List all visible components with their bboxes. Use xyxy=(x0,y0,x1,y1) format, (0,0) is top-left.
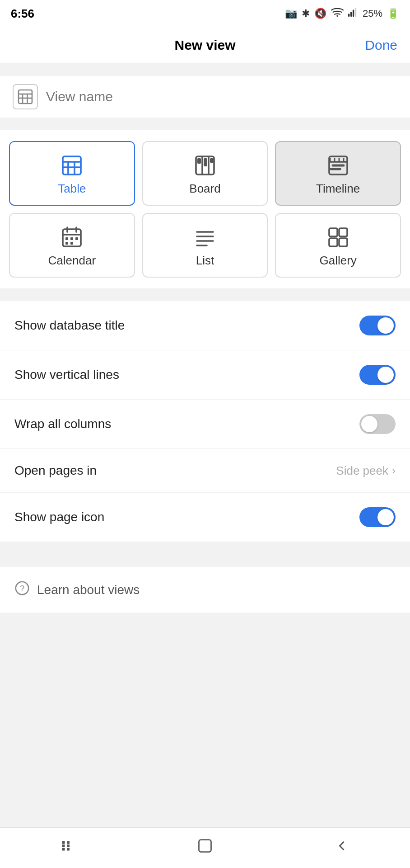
svg-rect-37 xyxy=(70,242,73,245)
svg-rect-43 xyxy=(339,228,347,236)
view-gallery-label: Gallery xyxy=(319,254,356,268)
toggle-show-database-title[interactable] xyxy=(359,316,396,335)
bottom-space xyxy=(0,613,410,748)
learn-section[interactable]: ? Learn about views xyxy=(0,567,410,613)
setting-label-open-pages-in: Open pages in xyxy=(14,463,97,478)
view-type-icon xyxy=(13,84,38,109)
svg-rect-49 xyxy=(62,844,65,847)
view-type-timeline[interactable]: Timeline xyxy=(275,141,401,206)
svg-rect-35 xyxy=(75,237,78,240)
mid-divider xyxy=(0,118,410,130)
svg-rect-52 xyxy=(67,844,70,847)
view-name-input[interactable] xyxy=(46,89,397,104)
svg-rect-4 xyxy=(355,8,356,17)
setting-open-pages-in[interactable]: Open pages in Side peek › xyxy=(0,449,410,493)
svg-rect-50 xyxy=(62,848,65,851)
help-circle-icon: ? xyxy=(14,580,30,599)
svg-rect-19 xyxy=(204,158,207,166)
setting-show-database-title: Show database title xyxy=(0,301,410,350)
svg-rect-1 xyxy=(348,14,349,17)
svg-rect-33 xyxy=(65,237,68,240)
setting-value-open-pages-in: Side peek › xyxy=(336,464,396,478)
bluetooth-icon: ✱ xyxy=(302,8,310,19)
svg-rect-34 xyxy=(70,237,73,240)
setting-label-show-vertical-lines: Show vertical lines xyxy=(14,368,119,382)
done-button[interactable]: Done xyxy=(365,38,397,53)
toggle-show-vertical-lines[interactable] xyxy=(359,365,396,385)
status-time: 6:56 xyxy=(11,7,34,21)
status-icons: 📷 ✱ 🔇 25% 🔋 xyxy=(285,7,399,20)
learn-divider xyxy=(0,542,410,554)
svg-rect-3 xyxy=(353,10,354,17)
view-type-gallery[interactable]: Gallery xyxy=(275,213,401,278)
svg-rect-45 xyxy=(339,238,347,246)
toggle-wrap-all-columns[interactable] xyxy=(359,414,396,434)
view-name-section xyxy=(0,76,410,118)
view-type-section: Table Board xyxy=(0,130,410,288)
view-type-table[interactable]: Table xyxy=(9,141,135,206)
view-timeline-label: Timeline xyxy=(316,182,360,196)
svg-rect-42 xyxy=(329,228,337,236)
svg-point-0 xyxy=(336,15,338,17)
setting-label-wrap-all-columns: Wrap all columns xyxy=(14,417,111,431)
camera-icon: 📷 xyxy=(285,8,297,19)
view-type-board[interactable]: Board xyxy=(142,141,268,206)
svg-rect-5 xyxy=(19,90,32,104)
view-type-list[interactable]: List xyxy=(142,213,268,278)
setting-show-vertical-lines: Show vertical lines xyxy=(0,350,410,400)
toggle-show-page-icon[interactable] xyxy=(359,507,396,527)
battery-icon: 🔋 xyxy=(387,8,399,19)
view-type-calendar[interactable]: Calendar xyxy=(9,213,135,278)
top-divider xyxy=(0,63,410,76)
svg-rect-20 xyxy=(210,158,214,163)
nav-back-button[interactable] xyxy=(334,838,350,858)
svg-rect-54 xyxy=(199,840,211,852)
nav-menu-button[interactable] xyxy=(60,838,76,858)
learn-label: Learn about views xyxy=(37,583,140,597)
setting-show-page-icon: Show page icon xyxy=(0,493,410,542)
svg-text:?: ? xyxy=(20,584,24,593)
svg-rect-10 xyxy=(63,156,81,175)
page-header: New view Done xyxy=(0,27,410,63)
page-title: New view xyxy=(174,38,235,53)
settings-section: Show database title Show vertical lines … xyxy=(0,301,410,542)
view-board-label: Board xyxy=(189,182,220,196)
bottom-nav xyxy=(0,827,410,868)
svg-rect-2 xyxy=(350,12,352,17)
wifi-icon xyxy=(331,7,344,20)
view-table-label: Table xyxy=(58,182,86,196)
svg-rect-44 xyxy=(329,238,337,246)
view-type-grid: Table Board xyxy=(9,141,401,278)
svg-rect-18 xyxy=(197,158,201,164)
view-calendar-label: Calendar xyxy=(48,254,96,268)
setting-label-show-page-icon: Show page icon xyxy=(14,510,104,524)
svg-rect-36 xyxy=(65,242,68,245)
status-bar: 6:56 📷 ✱ 🔇 25% 🔋 xyxy=(0,0,410,27)
battery-text: 25% xyxy=(363,8,382,19)
setting-label-show-database-title: Show database title xyxy=(14,318,125,333)
svg-rect-53 xyxy=(67,848,70,851)
svg-rect-51 xyxy=(67,841,70,844)
setting-wrap-all-columns: Wrap all columns xyxy=(0,400,410,449)
signal-icon xyxy=(348,7,358,20)
view-list-label: List xyxy=(196,254,214,268)
chevron-right-icon: › xyxy=(392,464,396,477)
mute-icon: 🔇 xyxy=(314,8,326,19)
nav-home-button[interactable] xyxy=(197,838,213,858)
svg-rect-48 xyxy=(62,841,65,844)
